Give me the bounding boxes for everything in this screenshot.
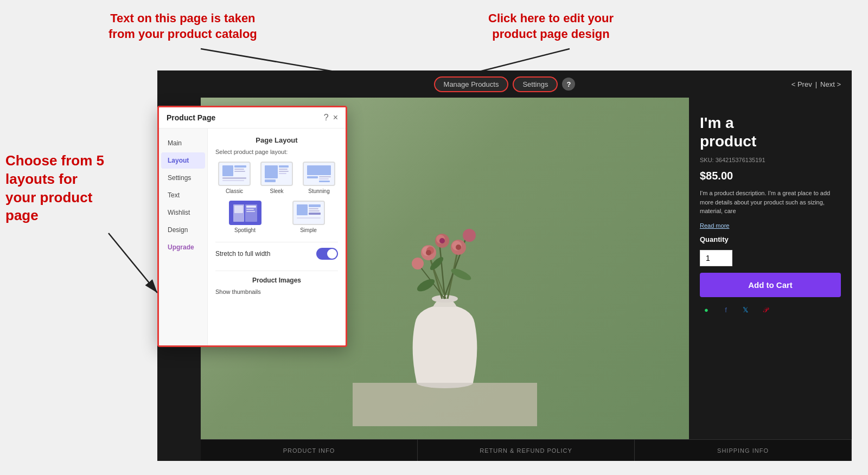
panel-header-icons: ? ×	[324, 113, 338, 123]
preview-topbar: Manage Products Settings ? < Prev | Next…	[157, 70, 852, 98]
svg-rect-45	[279, 169, 288, 170]
footer-tab-shipping[interactable]: SHIPPING INFO	[635, 440, 852, 461]
layout-thumb-classic	[218, 162, 251, 186]
layout-thumb-sleek	[260, 162, 293, 186]
annotation-bottom-left-text: Choose from 5layouts foryour productpage	[5, 152, 104, 223]
svg-rect-48	[265, 179, 276, 182]
svg-rect-50	[307, 176, 318, 178]
svg-point-35	[439, 238, 445, 243]
svg-rect-39	[234, 169, 244, 170]
svg-rect-57	[246, 206, 256, 208]
annotation-top-right: Click here to edit yourproduct page desi…	[488, 11, 614, 42]
footer-tabs: PRODUCT INFO RETURN & REFUND POLICY SHIP…	[201, 439, 852, 461]
prev-button[interactable]: < Prev	[792, 80, 812, 88]
svg-rect-62	[309, 208, 318, 209]
panel-nav-main[interactable]: Main	[161, 135, 205, 151]
panel-nav-wishlist[interactable]: Wishlist	[161, 204, 205, 221]
vase-illustration	[353, 198, 537, 428]
stretch-toggle-row: Stretch to full width ✓	[215, 242, 338, 265]
manage-products-button[interactable]: Manage Products	[434, 76, 509, 92]
svg-rect-53	[319, 181, 330, 182]
footer-tab-return-policy[interactable]: RETURN & REFUND POLICY	[418, 440, 635, 461]
product-title: I'm aproduct	[700, 114, 841, 150]
footer-tab-product-info[interactable]: PRODUCT INFO	[201, 440, 418, 461]
svg-rect-38	[234, 165, 246, 168]
panel-layout-subtitle: Select product page layout:	[215, 149, 338, 155]
layout-spotlight[interactable]: Spotlight	[215, 201, 275, 233]
product-page-panel: Product Page ? × Main Layout Settings Te…	[157, 106, 347, 347]
nav-separator: |	[815, 80, 817, 88]
twitter-icon[interactable]: 𝕏	[739, 304, 752, 317]
quantity-input[interactable]	[700, 250, 732, 266]
pinterest-icon[interactable]: 𝒫	[758, 304, 771, 317]
panel-close-button[interactable]: ×	[333, 113, 338, 123]
svg-rect-42	[222, 180, 244, 181]
svg-rect-64	[309, 213, 321, 215]
layout-label-simple: Simple	[300, 227, 317, 233]
svg-rect-44	[279, 165, 289, 168]
quantity-label: Quantity	[700, 235, 841, 243]
svg-rect-13	[353, 383, 537, 426]
panel-content-title: Page Layout	[215, 136, 338, 144]
layout-thumb-stunning	[303, 162, 335, 186]
svg-rect-58	[246, 209, 254, 210]
svg-line-3	[108, 233, 157, 293]
svg-line-20	[434, 269, 446, 299]
product-images-section-title: Product Images	[215, 271, 338, 284]
panel-nav-text[interactable]: Text	[161, 187, 205, 203]
read-more-link[interactable]: Read more	[700, 222, 841, 229]
layout-label-stunning: Stunning	[308, 188, 329, 194]
panel-navigation: Main Layout Settings Text Wishlist Desig…	[159, 129, 208, 345]
svg-rect-47	[279, 173, 286, 174]
layout-thumb-simple	[292, 201, 325, 225]
product-info-panel: I'm aproduct SKU: 364215376135191 $85.00…	[689, 98, 852, 461]
svg-point-36	[456, 245, 461, 250]
svg-rect-46	[279, 171, 289, 172]
layout-stunning[interactable]: Stunning	[300, 162, 338, 194]
panel-help-button[interactable]: ?	[324, 113, 329, 123]
svg-point-22	[415, 277, 436, 294]
next-button[interactable]: Next >	[820, 80, 841, 88]
svg-rect-59	[246, 211, 255, 212]
whatsapp-icon[interactable]: ●	[700, 304, 713, 317]
panel-nav-layout[interactable]: Layout	[161, 152, 205, 169]
layout-label-classic: Classic	[226, 188, 243, 194]
svg-rect-40	[234, 171, 245, 172]
help-icon[interactable]: ?	[562, 78, 575, 91]
layout-thumb-spotlight	[229, 201, 261, 225]
settings-button[interactable]: Settings	[513, 76, 558, 92]
svg-rect-41	[222, 177, 246, 179]
show-thumbnails-label: Show thumbnails	[215, 288, 338, 295]
svg-rect-43	[265, 165, 278, 178]
social-share-icons: ● f 𝕏 𝒫	[700, 304, 841, 317]
layout-options-row2: Spotlight Simple	[215, 201, 338, 233]
stretch-toggle[interactable]: ✓	[316, 248, 338, 260]
add-to-cart-button[interactable]: Add to Cart	[700, 273, 841, 297]
panel-body: Main Layout Settings Text Wishlist Desig…	[159, 129, 346, 345]
svg-rect-37	[222, 165, 233, 176]
layout-sleek[interactable]: Sleek	[258, 162, 296, 194]
panel-content: Page Layout Select product page layout:	[208, 129, 346, 345]
svg-rect-65	[297, 217, 321, 219]
layout-classic[interactable]: Classic	[215, 162, 253, 194]
facebook-icon[interactable]: f	[719, 304, 732, 317]
panel-title: Product Page	[167, 113, 215, 122]
svg-point-34	[426, 250, 431, 255]
svg-rect-49	[307, 165, 331, 175]
layout-label-sleek: Sleek	[270, 188, 283, 194]
layout-options-row1: Classic Sleek	[215, 162, 338, 194]
svg-rect-56	[234, 206, 243, 213]
svg-rect-52	[319, 178, 329, 179]
product-description: I'm a product description. I'm a great p…	[700, 189, 841, 216]
svg-rect-60	[297, 204, 308, 215]
panel-nav-settings[interactable]: Settings	[161, 170, 205, 186]
annotation-top-left-text: Text on this page is takenfrom your prod…	[108, 11, 257, 41]
panel-header: Product Page ? ×	[159, 107, 346, 129]
panel-nav-upgrade[interactable]: Upgrade	[161, 239, 205, 255]
layout-simple[interactable]: Simple	[279, 201, 338, 233]
svg-point-33	[412, 258, 424, 269]
panel-nav-design[interactable]: Design	[161, 222, 205, 238]
annotation-top-left: Text on this page is takenfrom your prod…	[108, 11, 257, 42]
annotation-bottom-left: Choose from 5layouts foryour productpage	[5, 152, 104, 225]
topbar-navigation: < Prev | Next >	[792, 80, 841, 88]
